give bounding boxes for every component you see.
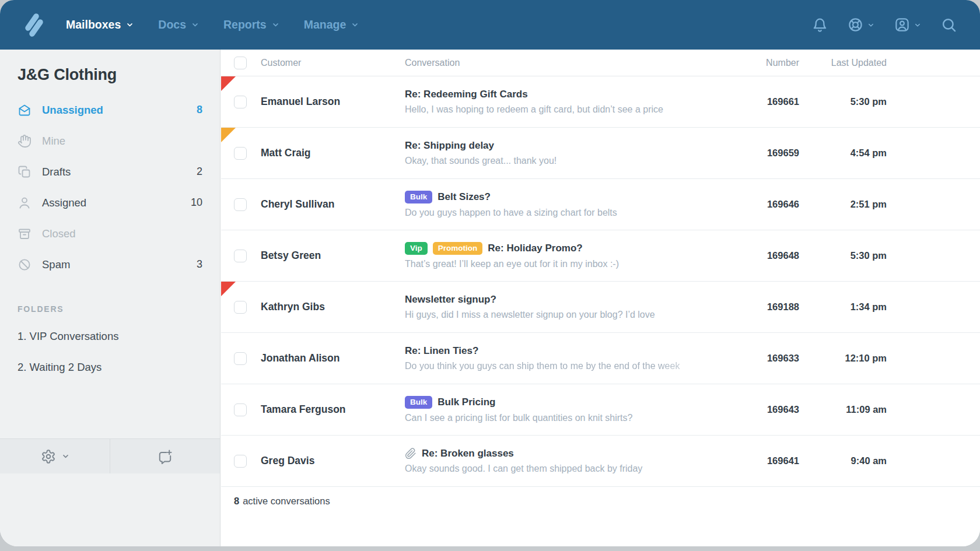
nav-docs[interactable]: Docs — [158, 18, 199, 31]
gear-icon — [41, 449, 56, 464]
search-icon — [941, 17, 957, 33]
tag-badge-vip: Vip — [405, 242, 428, 255]
conversation-row-matt-craig[interactable]: Matt Craig Re: Shipping delay Okay, that… — [221, 128, 980, 179]
row-checkbox[interactable] — [234, 403, 247, 416]
chevron-down-icon — [867, 22, 874, 29]
conversation-number: 169188 — [729, 301, 799, 313]
notifications-button[interactable] — [812, 17, 828, 33]
mailbox-settings-button[interactable] — [0, 439, 110, 473]
select-all-checkbox[interactable] — [234, 57, 247, 69]
conversation-cell: Re: Linen Ties? Do you think you guys ca… — [405, 345, 729, 371]
conversation-row-greg-davis[interactable]: Greg Davis Re: Broken glasses Okay sound… — [221, 436, 980, 487]
mailbox-title: J&G Clothing — [18, 66, 220, 84]
conversation-cell: Re: Redeeming Gift Cards Hello, I was ho… — [405, 89, 729, 115]
number-column-header: Number — [729, 58, 799, 68]
customer-name: Cheryl Sullivan — [261, 198, 405, 210]
conversation-cell: Newsletter signup? Hi guys, did I miss a… — [405, 294, 729, 320]
copy-icon — [18, 165, 32, 179]
sidebar-item-unassigned[interactable]: Unassigned 8 — [18, 94, 202, 125]
conversation-preview: That’s great! I’ll keep an eye out for i… — [405, 259, 729, 269]
sidebar-item-count: 2 — [197, 166, 202, 178]
account-button[interactable] — [894, 17, 921, 33]
inbox-icon — [18, 103, 32, 117]
last-updated-time: 9:40 am — [799, 455, 887, 466]
sidebar-item-spam[interactable]: Spam 3 — [18, 249, 202, 280]
conversation-preview: Do you think you guys can ship them to m… — [405, 361, 729, 371]
conversation-subject: Re: Broken glasses — [422, 448, 514, 459]
conversation-row-jonathan-alison[interactable]: Jonathan Alison Re: Linen Ties? Do you t… — [221, 333, 980, 384]
row-checkbox[interactable] — [234, 96, 247, 108]
sidebar: J&G Clothing Unassigned 8 Mine Drafts 2 … — [0, 50, 220, 546]
row-checkbox[interactable] — [234, 352, 247, 365]
row-checkbox[interactable] — [234, 198, 247, 211]
help-button[interactable] — [848, 17, 874, 33]
helpscout-logo-icon[interactable] — [23, 12, 45, 38]
nav-manage[interactable]: Manage — [304, 18, 359, 31]
chevron-down-icon — [191, 21, 199, 29]
sidebar-item-assigned[interactable]: Assigned 10 — [18, 187, 202, 218]
customer-name: Kathryn Gibs — [261, 301, 405, 313]
row-checkbox[interactable] — [234, 301, 247, 314]
sidebar-item-closed[interactable]: Closed — [18, 218, 202, 249]
avatar-icon — [894, 17, 910, 33]
conversation-subject: Re: Linen Ties? — [405, 345, 478, 357]
active-count-label: active conversations — [243, 496, 330, 507]
conversation-preview: Okay sounds good. I can get them shipped… — [405, 464, 729, 474]
nav-label: Docs — [158, 18, 186, 31]
conversation-preview: Can I see a pricing list for bulk quanti… — [405, 413, 729, 423]
last-updated-time: 1:34 pm — [799, 301, 887, 313]
chevron-down-icon — [62, 452, 69, 460]
new-conversation-icon — [158, 449, 173, 464]
row-checkbox[interactable] — [234, 455, 247, 468]
last-updated-time: 4:54 pm — [799, 148, 887, 159]
nav-mailboxes[interactable]: Mailboxes — [66, 18, 134, 31]
conversation-row-cheryl-sullivan[interactable]: Cheryl Sullivan Bulk Belt Sizes? Do you … — [221, 179, 980, 230]
nav-label: Reports — [223, 18, 267, 31]
conversation-preview: Hi guys, did I miss a newsletter signup … — [405, 310, 729, 320]
sidebar-item-drafts[interactable]: Drafts 2 — [18, 156, 202, 187]
search-button[interactable] — [941, 17, 957, 33]
sidebar-item-label: Drafts — [42, 166, 71, 178]
nav-actions — [812, 17, 957, 33]
paperclip-icon — [405, 448, 416, 459]
conversation-row-kathryn-gibs[interactable]: Kathryn Gibs Newsletter signup? Hi guys,… — [221, 282, 980, 333]
row-checkbox[interactable] — [234, 147, 247, 160]
customer-name: Matt Craig — [261, 147, 405, 159]
row-checkbox[interactable] — [234, 250, 247, 262]
conversation-row-betsy-green[interactable]: Betsy Green VipPromotion Re: Holiday Pro… — [221, 230, 980, 282]
conversation-number: 169648 — [729, 250, 799, 261]
folder-item-1-vip-conversations[interactable]: 1. VIP Conversations — [18, 321, 202, 352]
conversation-number: 169646 — [729, 199, 799, 210]
conversation-number: 169659 — [729, 148, 799, 159]
slash-circle-icon — [18, 258, 32, 272]
conversation-subject: Bulk Pricing — [438, 396, 495, 408]
tag-badge-bulk: Bulk — [405, 396, 432, 409]
active-conversations-summary: 8 active conversations — [221, 487, 980, 515]
nav-label: Mailboxes — [66, 18, 121, 31]
chevron-down-icon — [351, 21, 359, 29]
mailbox-views-list: Unassigned 8 Mine Drafts 2 Assigned 10 C… — [0, 94, 220, 280]
conversation-subject: Re: Shipping delay — [405, 140, 494, 152]
sidebar-item-mine[interactable]: Mine — [18, 125, 202, 156]
last-updated-time: 11:09 am — [799, 404, 887, 415]
chevron-down-icon — [914, 22, 921, 29]
chevron-down-icon — [126, 21, 134, 29]
sidebar-item-label: Closed — [42, 227, 76, 240]
nav-reports[interactable]: Reports — [223, 18, 279, 31]
conversation-cell: VipPromotion Re: Holiday Promo? That’s g… — [405, 242, 729, 270]
customer-name: Greg Davis — [261, 455, 405, 467]
conversation-preview: Okay, that sounds great... thank you! — [405, 156, 729, 166]
customer-name: Betsy Green — [261, 250, 405, 262]
conversation-number: 169661 — [729, 96, 799, 107]
conversation-preview: Hello, I was hoping to redeem a gift car… — [405, 104, 729, 115]
hand-icon — [18, 134, 32, 148]
conversation-column-header: Conversation — [405, 58, 729, 68]
customer-name: Jonathan Alison — [261, 352, 405, 364]
conversation-row-emanuel-larson[interactable]: Emanuel Larson Re: Redeeming Gift Cards … — [221, 76, 980, 128]
conversation-cell: Re: Shipping delay Okay, that sounds gre… — [405, 140, 729, 166]
conversation-cell: Re: Broken glasses Okay sounds good. I c… — [405, 448, 729, 474]
sidebar-item-count: 8 — [197, 104, 202, 116]
folder-item-2-waiting-2-days[interactable]: 2. Waiting 2 Days — [18, 352, 202, 382]
conversation-row-tamara-ferguson[interactable]: Tamara Ferguson Bulk Bulk Pricing Can I … — [221, 384, 980, 436]
new-conversation-button[interactable] — [110, 439, 220, 473]
